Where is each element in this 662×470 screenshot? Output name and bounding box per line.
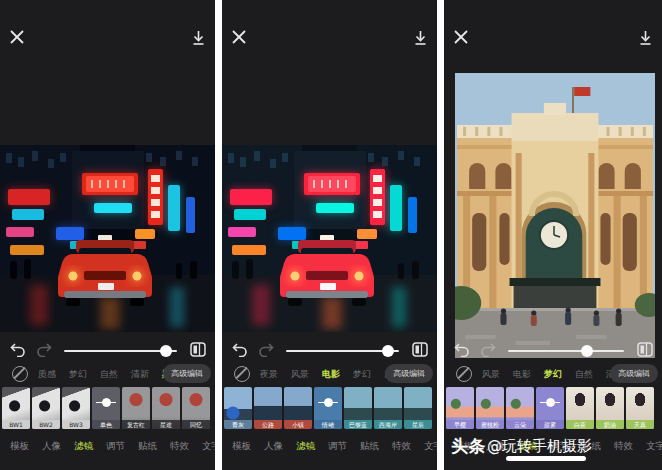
filter-name: 奶油: [596, 420, 624, 429]
undo-button[interactable]: [453, 342, 470, 360]
tab-effects[interactable]: 特效: [392, 440, 411, 453]
adjust-intensity-icon: [96, 402, 116, 403]
category-tab-selected[interactable]: 梦幻: [544, 368, 562, 381]
redo-button[interactable]: [480, 342, 497, 360]
tab-text[interactable]: 文字: [424, 440, 437, 453]
advanced-edit-button[interactable]: 高级编辑: [163, 364, 211, 383]
tab-sticker[interactable]: 贴纸: [138, 440, 157, 453]
close-icon: [232, 32, 246, 47]
save-button[interactable]: [413, 30, 428, 49]
editor-panel-dreamy: 风景 电影 梦幻 自然 清新 高级编辑 早樱 蜜桃粉 云朵 甜雾 白茶 奶油 天…: [444, 0, 662, 470]
advanced-edit-button[interactable]: 高级编辑: [610, 364, 658, 383]
category-tab[interactable]: 自然: [575, 368, 593, 381]
tab-text[interactable]: 文字: [202, 440, 215, 453]
slider-row: [0, 338, 215, 364]
tab-adjust[interactable]: 调节: [328, 440, 347, 453]
filter-name: 蜜桃粉: [476, 420, 504, 429]
category-tab-selected[interactable]: 电影: [322, 368, 340, 381]
filter-thumbnail[interactable]: 星途: [152, 387, 180, 429]
filter-intensity-slider[interactable]: [286, 350, 399, 352]
save-button[interactable]: [191, 30, 206, 49]
filter-category-row: 夜景 风景 电影 梦幻 自然 高级编辑: [222, 363, 437, 386]
filter-name: 星辰: [404, 420, 432, 429]
download-icon: [413, 34, 428, 49]
close-button[interactable]: [232, 30, 246, 47]
filter-thumbnail[interactable]: BW2: [32, 387, 60, 429]
compare-button[interactable]: [190, 342, 206, 360]
tab-template[interactable]: 模板: [10, 440, 29, 453]
filter-thumbnail[interactable]: 星辰: [404, 387, 432, 429]
filter-thumbnail-applied[interactable]: 甜雾: [536, 387, 564, 429]
filter-thumbnail[interactable]: BW3: [62, 387, 90, 429]
category-tab[interactable]: 风景: [482, 368, 500, 381]
filter-thumbnail[interactable]: BW1: [2, 387, 30, 429]
no-filter-button[interactable]: [234, 366, 250, 382]
filter-thumbnail[interactable]: 青灰: [224, 387, 252, 429]
redo-button[interactable]: [258, 342, 275, 360]
category-tab[interactable]: 风景: [291, 368, 309, 381]
filter-name: 星途: [152, 420, 180, 429]
category-tab[interactable]: 梦幻: [69, 368, 87, 381]
save-button[interactable]: [638, 30, 653, 49]
redo-button[interactable]: [36, 342, 53, 360]
filter-intensity-slider[interactable]: [508, 350, 624, 352]
close-button[interactable]: [10, 30, 24, 47]
category-tab[interactable]: 清新: [131, 368, 149, 381]
category-tab[interactable]: 夜景: [260, 368, 278, 381]
category-tabs: 夜景 风景 电影 梦幻 自然: [260, 368, 402, 381]
filter-thumbnail-applied[interactable]: 情绪: [314, 387, 342, 429]
category-tab[interactable]: 梦幻: [353, 368, 371, 381]
tab-template[interactable]: 模板: [232, 440, 251, 453]
filter-thumbnail[interactable]: 公路: [254, 387, 282, 429]
filter-name: BW3: [62, 420, 90, 429]
filter-intensity-slider[interactable]: [64, 350, 177, 352]
tab-portrait[interactable]: 人像: [42, 440, 61, 453]
slider-knob[interactable]: [382, 345, 394, 357]
photo-preview-night-street: [222, 145, 437, 332]
filter-thumbnail[interactable]: 巴黎蓝: [344, 387, 372, 429]
category-tab[interactable]: 自然: [100, 368, 118, 381]
undo-button[interactable]: [9, 342, 26, 360]
screenshot-stage: 质感 梦幻 自然 清新 黑白 高级编辑 BW1 BW2 BW3 单色 复古红 星…: [0, 0, 662, 470]
filter-thumbnail[interactable]: 回忆: [182, 387, 210, 429]
filter-thumbnail[interactable]: 天真: [626, 387, 654, 429]
filter-thumbnail[interactable]: 白茶: [566, 387, 594, 429]
close-button[interactable]: [454, 30, 468, 47]
category-tab[interactable]: 电影: [513, 368, 531, 381]
tab-portrait[interactable]: 人像: [264, 440, 283, 453]
photo-preview-post-office: [455, 73, 655, 358]
advanced-edit-button[interactable]: 高级编辑: [385, 364, 433, 383]
filter-name: 西海岸: [374, 420, 402, 429]
photo-preview-night-street: [0, 145, 215, 332]
compare-button[interactable]: [637, 342, 653, 360]
filter-thumbnail[interactable]: 云朵: [506, 387, 534, 429]
no-filter-button[interactable]: [456, 366, 472, 382]
undo-button[interactable]: [231, 342, 248, 360]
filter-thumbnail[interactable]: 西海岸: [374, 387, 402, 429]
slider-knob[interactable]: [160, 345, 172, 357]
compare-button[interactable]: [412, 342, 428, 360]
filter-name: 单色: [92, 420, 120, 429]
tab-text[interactable]: 文字: [646, 440, 662, 453]
filter-thumbnail[interactable]: 小镇: [284, 387, 312, 429]
category-tab[interactable]: 质感: [38, 368, 56, 381]
tab-effects[interactable]: 特效: [170, 440, 189, 453]
tab-filter[interactable]: 滤镜: [74, 440, 93, 453]
tab-effects[interactable]: 特效: [614, 440, 633, 453]
filter-thumbnail[interactable]: 复古红: [122, 387, 150, 429]
tab-filter[interactable]: 滤镜: [296, 440, 315, 453]
slider-row: [444, 338, 662, 364]
slider-knob[interactable]: [581, 345, 593, 357]
filter-thumbnail[interactable]: 早樱: [446, 387, 474, 429]
download-icon: [191, 34, 206, 49]
no-filter-button[interactable]: [12, 366, 28, 382]
filter-thumbnail[interactable]: 蜜桃粉: [476, 387, 504, 429]
slider-row: [222, 338, 437, 364]
filter-thumbnail[interactable]: 奶油: [596, 387, 624, 429]
tab-sticker[interactable]: 贴纸: [360, 440, 379, 453]
filter-thumbnail-applied[interactable]: 单色: [92, 387, 120, 429]
filter-category-row: 质感 梦幻 自然 清新 黑白 高级编辑: [0, 363, 215, 386]
filter-name: 云朵: [506, 420, 534, 429]
category-tabs: 风景 电影 梦幻 自然 清新: [482, 368, 624, 381]
tab-adjust[interactable]: 调节: [106, 440, 125, 453]
